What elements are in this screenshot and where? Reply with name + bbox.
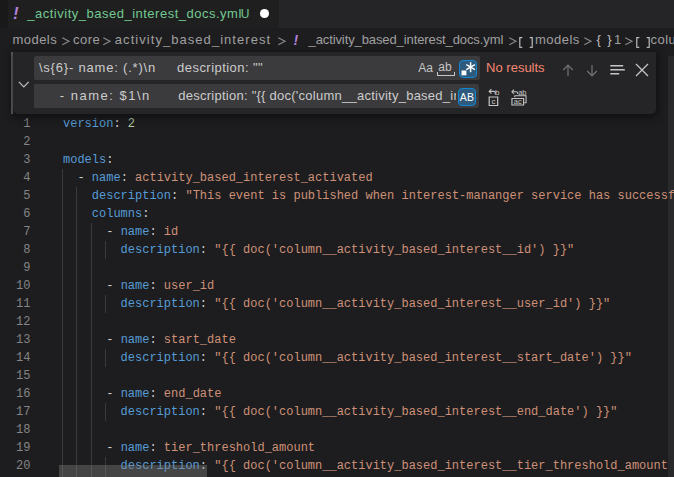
svg-text:c: c [491,97,495,106]
svg-text:ac: ac [514,96,522,105]
svg-text:b: b [495,88,500,97]
svg-text:ab: ab [518,88,526,97]
